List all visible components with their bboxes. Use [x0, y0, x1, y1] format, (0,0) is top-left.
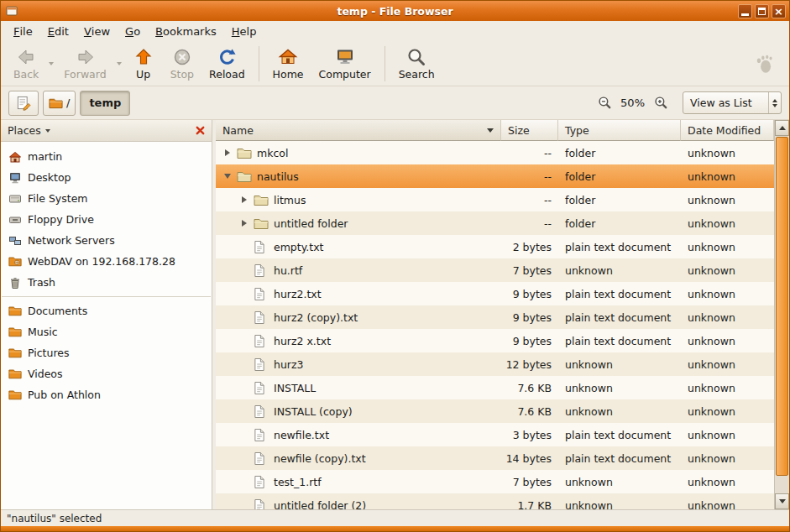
path-button-root[interactable]: / [43, 91, 76, 116]
maximize-icon [758, 8, 766, 15]
sidebar-item-floppy-drive[interactable]: Floppy Drive [1, 209, 212, 230]
file-row[interactable]: hu.rtf7 bytesunknownunknown [216, 258, 774, 282]
sidebar-item-pub-on-athlon[interactable]: Pub on Athlon [1, 384, 212, 405]
file-row[interactable]: untitled folder (2)1.7 KBunknownunknown [216, 493, 774, 509]
places-title[interactable]: Places [8, 124, 41, 137]
file-size: 9 bytes [501, 335, 558, 347]
file-size: 7 bytes [501, 264, 558, 277]
cell-name: newfile (copy).txt [216, 451, 501, 465]
computer-button[interactable]: Computer [311, 45, 379, 81]
file-size: 7.6 KB [501, 405, 558, 418]
sidebar-item-trash[interactable]: Trash [1, 272, 212, 293]
file-row[interactable]: INSTALL (copy)7.6 KBunknownunknown [216, 399, 774, 423]
menu-file[interactable]: File [6, 21, 40, 41]
file-row[interactable]: empty.txt2 bytesplain text documentunkno… [216, 235, 774, 258]
cell-name: untitled folder [216, 216, 501, 230]
column-header-name[interactable]: Name [216, 120, 501, 141]
file-row[interactable]: INSTALL7.6 KBunknownunknown [216, 376, 774, 399]
places-header: Places [1, 120, 212, 142]
folder-row[interactable]: nautilus--folderunknown [216, 164, 774, 188]
file-name: mkcol [257, 147, 288, 159]
titlebar[interactable]: temp - File Browser × [1, 1, 789, 21]
file-doc-icon [254, 404, 269, 418]
scrollbar-thumb[interactable] [776, 137, 788, 476]
scroll-up-button[interactable] [775, 120, 789, 136]
places-dropdown-icon[interactable] [45, 129, 50, 133]
folder-row[interactable]: untitled folder--folderunknown [216, 211, 774, 235]
path-button-current[interactable]: temp [80, 91, 130, 116]
sidebar-item-documents[interactable]: Documents [1, 300, 212, 321]
file-modified: unknown [681, 147, 774, 159]
file-row[interactable]: hurz2.txt9 bytesplain text documentunkno… [216, 282, 774, 305]
file-row[interactable]: newfile (copy).txt14 bytesplain text doc… [216, 446, 774, 470]
window-title: temp - File Browser [1, 5, 789, 18]
cell-name: litmus [216, 193, 501, 206]
file-row[interactable]: hurz2 x.txt9 bytesplain text documentunk… [216, 329, 774, 352]
sidebar-item-network-servers[interactable]: Network Servers [1, 230, 212, 251]
home-button[interactable]: Home [265, 45, 311, 81]
toolbar-separator [385, 46, 385, 81]
column-header-size[interactable]: Size [501, 120, 558, 141]
file-row[interactable]: hurz312 bytesunknownunknown [216, 352, 774, 376]
file-row[interactable]: newfile.txt3 bytesplain text documentunk… [216, 423, 774, 446]
arrow-up-icon [779, 126, 786, 130]
close-sidebar-button[interactable] [193, 123, 207, 138]
close-button[interactable]: × [772, 4, 786, 18]
file-type: plain text document [558, 452, 681, 465]
trash-icon [8, 276, 22, 289]
file-name: test_1.rtf [274, 476, 322, 488]
maximize-button[interactable] [755, 4, 769, 18]
expander-collapsed[interactable] [238, 196, 251, 203]
menu-edit[interactable]: Edit [40, 21, 76, 41]
sidebar-item-martin[interactable]: martin [1, 146, 212, 167]
stepper-down-icon [772, 104, 777, 107]
menubar: FileEditViewGoBookmarksHelp [1, 21, 789, 41]
sidebar-item-label: WebDAV on 192.168.178.28 [28, 255, 175, 268]
file-type: unknown [558, 358, 681, 371]
expander-collapsed[interactable] [221, 149, 234, 156]
file-row[interactable]: test_1.rtf7 bytesunknownunknown [216, 470, 774, 493]
scroll-down-button[interactable] [775, 493, 789, 509]
column-header-date-modified[interactable]: Date Modified [681, 120, 774, 141]
view-mode-select[interactable]: View as List [683, 91, 782, 114]
file-type: folder [558, 194, 681, 206]
zoom-out-button[interactable] [594, 93, 615, 113]
desktop-icon [8, 171, 22, 185]
column-header-type[interactable]: Type [558, 120, 681, 141]
sidebar-item-videos[interactable]: Videos [1, 363, 212, 384]
menu-help[interactable]: Help [224, 21, 264, 41]
file-size: 9 bytes [501, 311, 558, 324]
vertical-scrollbar [774, 120, 789, 509]
sidebar-item-file-system[interactable]: File System [1, 188, 212, 209]
sidebar-item-music[interactable]: Music [1, 321, 212, 342]
sidebar-item-pictures[interactable]: Pictures [1, 342, 212, 363]
up-button[interactable]: Up [124, 45, 163, 81]
expander-expanded[interactable] [221, 174, 234, 179]
menu-view[interactable]: View [76, 21, 118, 41]
search-button[interactable]: Search [391, 45, 442, 81]
zoom-in-button[interactable] [651, 93, 671, 113]
sidebar-item-webdav-on-192-168-178-28[interactable]: WebDAV on 192.168.178.28 [1, 251, 212, 272]
statusbar: "nautilus" selected [1, 509, 789, 526]
list-header: NameSizeTypeDate Modified [216, 120, 774, 141]
sidebar-item-desktop[interactable]: Desktop [1, 167, 212, 188]
reload-button[interactable]: Reload [201, 45, 253, 81]
menu-go[interactable]: Go [118, 21, 148, 41]
expander-collapsed[interactable] [238, 220, 251, 227]
folder-pale-icon [237, 146, 252, 159]
scrollbar-track[interactable] [775, 136, 789, 493]
edit-location-button[interactable] [8, 91, 39, 116]
reload-label: Reload [209, 68, 245, 81]
file-modified: unknown [681, 335, 774, 347]
file-type: unknown [558, 382, 681, 394]
folder-row[interactable]: litmus--folderunknown [216, 188, 774, 211]
minimize-button[interactable] [738, 4, 752, 18]
file-size: 1.7 KB [501, 499, 558, 510]
menu-bookmarks[interactable]: Bookmarks [148, 21, 224, 41]
folder-row[interactable]: mkcol--folderunknown [216, 141, 774, 164]
folder-pale-icon [237, 170, 252, 183]
arrow-down-icon [779, 499, 786, 503]
file-row[interactable]: hurz2 (copy).txt9 bytesplain text docume… [216, 305, 774, 329]
places-list: martinDesktopFile SystemFloppy DriveNetw… [1, 142, 212, 405]
cell-name: hurz2.txt [216, 287, 501, 300]
